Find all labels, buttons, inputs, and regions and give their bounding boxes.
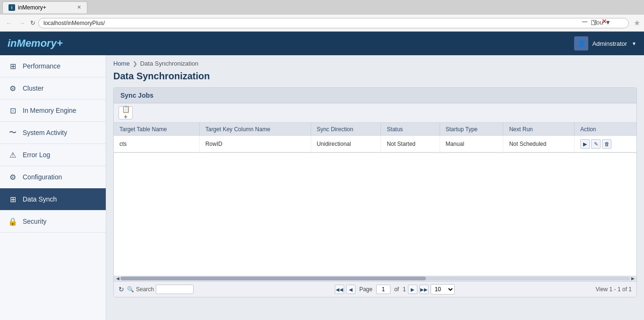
app-logo: inMemory+ [8,37,63,50]
header-right: 👤 Adminstrator ▼ [574,36,636,51]
main-layout: ⊞ Performance ⚙ Cluster ⊡ In Memory Engi… [0,55,644,320]
next-page-button[interactable]: ▶ [408,285,417,294]
add-sync-job-button[interactable]: 📋+ [119,106,133,119]
horizontal-scrollbar[interactable]: ◀ ▶ [114,276,636,281]
col-sync-direction: Sync Direction [311,123,381,136]
cell-action: ▶ ✎ 🗑 [575,136,636,152]
data-synch-icon: ⊞ [8,194,18,204]
sidebar-item-error-log[interactable]: ⚠ Error Log [0,144,106,166]
in-memory-engine-icon: ⊡ [8,105,18,116]
card-toolbar: 📋+ [114,103,636,123]
sidebar-item-label-security: Security [23,218,47,225]
window-close-icon[interactable]: ✕ [602,17,607,25]
col-startup-type: Startup Type [440,123,503,136]
pagination-left: ↻ 🔍 Search [119,285,194,294]
page-title: Data Synchronization [113,71,637,82]
sidebar-item-label-configuration: Configuration [23,173,62,181]
sync-jobs-table: Target Table Name Target Key Column Name… [114,123,636,152]
view-info: View 1 - 1 of 1 [595,286,632,293]
tab-close-button[interactable]: ✕ [77,4,81,10]
bookmark-icon[interactable]: ★ [634,18,640,27]
table-empty-space [114,153,636,276]
edit-button[interactable]: ✎ [591,139,601,149]
col-action: Action [575,123,636,136]
address-input[interactable] [38,18,629,28]
page-label: Page [359,286,373,293]
user-avatar-icon: 👤 [577,40,585,47]
sidebar-item-cluster[interactable]: ⚙ Cluster [0,77,106,100]
address-bar: ← → ↻ ★ You ▼ ─ ◻ ✕ [0,14,644,31]
sidebar-item-performance[interactable]: ⊞ Performance [0,55,106,77]
add-icon: 📋+ [122,105,130,120]
sync-jobs-card-header: Sync Jobs [114,88,636,103]
scroll-left-arrow[interactable]: ◀ [115,276,120,281]
refresh-button[interactable]: ↻ [119,286,124,293]
cell-next-run: Not Scheduled [503,136,575,152]
page-number-input[interactable] [376,285,390,294]
sync-jobs-table-wrapper: Target Table Name Target Key Column Name… [114,123,636,153]
configuration-icon: ⚙ [8,172,18,182]
sidebar-item-label-cluster: Cluster [23,84,43,92]
pagination-center: ◀◀ ◀ Page of 1 ▶ ▶▶ 10 25 50 100 [335,284,455,295]
pagination-bar: ↻ 🔍 Search ◀◀ ◀ Page of 1 [114,281,636,297]
browser-tab[interactable]: i inMemory+ ✕ [2,1,87,13]
sync-jobs-card: Sync Jobs 📋+ Target Table Name Target Ke… [113,87,637,297]
user-dropdown-arrow[interactable]: ▼ [632,41,636,46]
sidebar-item-label-data-synch: Data Synch [23,195,57,203]
cell-startup-type: Manual [440,136,503,152]
play-button[interactable]: ▶ [580,139,590,149]
app-wrapper: inMemory+ 👤 Adminstrator ▼ ⊞ Performance… [0,32,644,320]
prev-page-button[interactable]: ◀ [346,285,356,294]
search-icon: 🔍 [127,286,134,293]
first-page-button[interactable]: ◀◀ [335,285,344,294]
user-name-label: Adminstrator [592,40,627,47]
user-avatar: 👤 [574,36,588,51]
search-input[interactable] [156,285,194,294]
search-box: 🔍 Search [127,285,194,294]
reload-button[interactable]: ↻ [30,19,35,26]
cell-sync-direction: Unidirectional [311,136,381,152]
page-size-select[interactable]: 10 25 50 100 [431,284,455,295]
forward-button[interactable]: → [17,18,27,28]
back-button[interactable]: ← [4,18,14,28]
sidebar-item-in-memory-engine[interactable]: ⊡ In Memory Engine [0,100,106,122]
table-header-row: Target Table Name Target Key Column Name… [114,123,636,136]
sidebar-item-data-synch[interactable]: ⊞ Data Synch [0,188,106,211]
last-page-button[interactable]: ▶▶ [419,285,429,294]
performance-icon: ⊞ [8,61,18,71]
table-row: cts RowID Unidirectional Not Started Man… [114,136,636,152]
breadcrumb-home[interactable]: Home [113,60,130,67]
cell-status: Not Started [381,136,440,152]
sidebar-item-label-system-activity: System Activity [23,129,67,136]
cell-target-table: cts [114,136,199,152]
breadcrumb-separator: ❯ [133,60,137,67]
delete-button[interactable]: 🗑 [602,139,611,149]
sidebar: ⊞ Performance ⚙ Cluster ⊡ In Memory Engi… [0,55,106,320]
maximize-icon[interactable]: ◻ [591,17,597,26]
scroll-right-arrow[interactable]: ▶ [630,276,636,281]
scrollbar-track[interactable] [120,277,630,280]
sidebar-item-security[interactable]: 🔒 Security [0,211,106,233]
sidebar-item-configuration[interactable]: ⚙ Configuration [0,166,106,188]
sidebar-item-label-in-memory-engine: In Memory Engine [23,107,76,114]
scrollbar-thumb[interactable] [120,277,426,280]
cell-target-key: RowID [199,136,311,152]
action-buttons: ▶ ✎ 🗑 [580,139,631,149]
content-area: Home ❯ Data Synchronization Data Synchro… [106,55,644,320]
browser-chrome: i inMemory+ ✕ ← → ↻ ★ You ▼ ─ ◻ ✕ [0,0,644,32]
breadcrumb: Home ❯ Data Synchronization [113,60,637,67]
col-next-run: Next Run [503,123,575,136]
app-header: inMemory+ 👤 Adminstrator ▼ [0,32,644,55]
security-icon: 🔒 [8,216,18,227]
system-activity-icon: 〜 [8,127,18,138]
col-target-table-name: Target Table Name [114,123,199,136]
col-status: Status [381,123,440,136]
sidebar-item-label-error-log: Error Log [23,151,50,159]
search-label: Search [136,286,154,293]
sidebar-item-system-activity[interactable]: 〜 System Activity [0,122,106,144]
minimize-icon[interactable]: ─ [582,17,587,26]
breadcrumb-current: Data Synchronization [140,60,199,67]
tab-bar: i inMemory+ ✕ [0,0,644,14]
error-log-icon: ⚠ [8,150,18,160]
of-label: of [394,286,399,293]
